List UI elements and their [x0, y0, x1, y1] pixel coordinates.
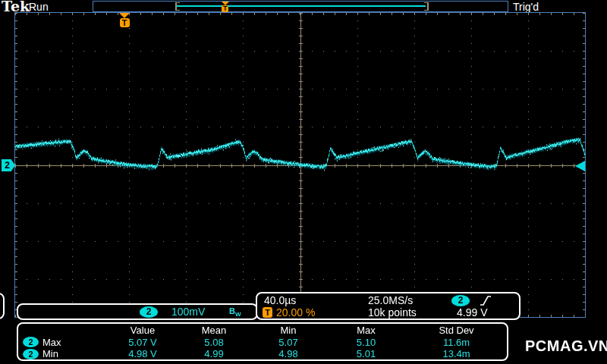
- meas-min: 4.98: [250, 348, 326, 359]
- measurement-box: Value Mean Min Max Std Dev 2 Max 5.07 V …: [17, 322, 508, 361]
- watermark: PCMAG.VN: [525, 337, 607, 355]
- meas-mean: 4.99: [178, 348, 250, 359]
- meas-stddev: 11.6m: [406, 337, 507, 348]
- meas-max: 5.01: [326, 348, 406, 359]
- measurement-name: Min: [42, 348, 58, 359]
- meas-stddev: 13.4m: [406, 348, 507, 359]
- record-length: 10k points: [368, 306, 417, 318]
- trigger-position-percent: 20.00 %: [276, 306, 315, 318]
- trigger-position-marker-icon: T: [119, 13, 130, 27]
- channel2-readout-box: 2 100mV BW: [17, 303, 258, 320]
- channel2-badge: 2: [140, 306, 158, 318]
- measurement-name: Max: [42, 337, 61, 348]
- meas-mean: 5.08: [178, 337, 250, 348]
- sample-rate: 25.0MS/s: [368, 294, 413, 306]
- oscilloscope-screen: Tek Run Trig'd T T 2 2 100mV BW 40.0µs 2…: [0, 0, 607, 364]
- trigger-arrow-icon: [119, 13, 130, 18]
- trigger-letter: T: [222, 5, 228, 12]
- measurement-row-label: 2 Max: [23, 337, 108, 348]
- trigger-letter: T: [120, 18, 130, 27]
- measurement-row-label: 2 Min: [23, 348, 108, 359]
- meas-value: 5.07 V: [108, 337, 178, 348]
- channel2-scale: 100mV: [171, 306, 205, 318]
- acquisition-state: Run: [29, 1, 49, 13]
- trigger-status: Trig'd: [513, 1, 539, 13]
- bandwidth-limit-indicator: BW: [229, 306, 241, 318]
- meas-max: 5.10: [326, 337, 406, 348]
- offscreen-box-edge: [0, 293, 5, 319]
- window-right-bracket: [424, 2, 429, 11]
- channel2-badge: 2: [23, 349, 39, 359]
- window-left-bracket: [175, 2, 180, 11]
- col-header-stddev: Std Dev: [406, 325, 507, 336]
- record-position-bar: T: [93, 1, 508, 12]
- bw-sub-letter: W: [235, 311, 241, 318]
- trigger-level: 4.99 V: [457, 306, 487, 318]
- trigger-source-badge: 2: [451, 295, 470, 306]
- meas-value: 4.98 V: [108, 348, 178, 359]
- time-per-division: 40.0µs: [264, 294, 296, 306]
- measurement-table: Value Mean Min Max Std Dev 2 Max 5.07 V …: [18, 324, 507, 360]
- col-header-mean: Mean: [178, 325, 250, 336]
- record-trigger-marker-icon: T: [222, 2, 229, 12]
- trigger-holdoff-icon: T: [263, 307, 272, 318]
- col-header-min: Min: [250, 325, 326, 336]
- horizontal-trigger-readout-box: 40.0µs 25.0MS/s 2 T 20.00 % 10k points 4…: [256, 292, 521, 320]
- col-header-max: Max: [326, 325, 406, 336]
- col-header-value: Value: [108, 325, 178, 336]
- record-window-line: [177, 5, 426, 7]
- waveform-display: [15, 13, 585, 317]
- channel2-badge: 2: [23, 337, 39, 347]
- bw-letter: B: [229, 306, 235, 315]
- meas-min: 5.07: [250, 337, 326, 348]
- channel2-ground-marker: 2: [2, 159, 15, 171]
